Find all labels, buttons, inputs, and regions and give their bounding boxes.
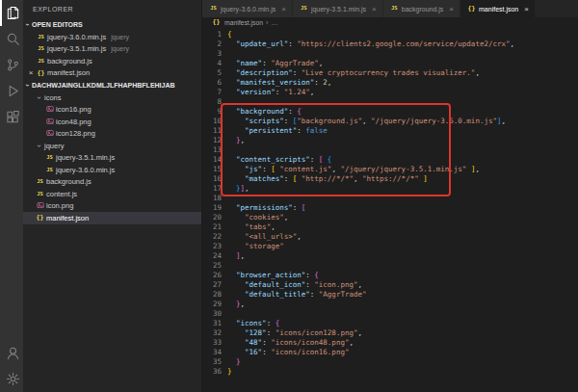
- code-line[interactable]: "48": "icons/icon48.png",: [227, 338, 514, 348]
- code-line[interactable]: }],: [227, 184, 514, 194]
- tree-item-jquery-3.5.1.min.js[interactable]: JSjquery-3.5.1.min.js: [23, 152, 201, 165]
- code-line[interactable]: "persistent": false: [227, 126, 514, 136]
- line-number: 7: [202, 88, 222, 97]
- code-line[interactable]: "default_icon": "icon.png",: [227, 280, 514, 290]
- code-line[interactable]: [227, 261, 514, 271]
- source-control-icon[interactable]: [0, 52, 23, 78]
- code-line[interactable]: "icons": {: [227, 319, 514, 328]
- code-line[interactable]: "update_url": "https://clients2.google.c…: [227, 39, 514, 49]
- code-line[interactable]: "scripts": ["background.js", "/jquery/jq…: [227, 117, 514, 126]
- line-number: 22: [202, 232, 222, 242]
- line-number: 13: [202, 145, 222, 155]
- code-line[interactable]: [227, 97, 514, 107]
- open-editor-item[interactable]: JSjquery-3.6.0.min.jsjquery: [23, 31, 201, 43]
- open-editors-list: JSjquery-3.6.0.min.jsjqueryJSjquery-3.5.…: [23, 31, 201, 79]
- account-icon[interactable]: [0, 340, 23, 366]
- code-line[interactable]: "name": "AggrTrade",: [227, 59, 514, 68]
- line-number: 30: [202, 309, 222, 319]
- img-file-icon: [44, 118, 55, 127]
- code-line[interactable]: "<all_urls>",: [227, 232, 514, 242]
- close-icon[interactable]: ×: [372, 5, 377, 13]
- code-line[interactable]: "manifest_version": 2,: [227, 78, 514, 88]
- code-line[interactable]: "content_scripts": [ {: [227, 155, 514, 165]
- close-icon[interactable]: ×: [524, 5, 529, 13]
- code-line[interactable]: "permissions": [: [227, 203, 514, 213]
- line-number: 19: [202, 203, 222, 213]
- line-number: 8: [202, 97, 222, 107]
- code-line[interactable]: },: [227, 136, 514, 145]
- code-line[interactable]: "description": "Live cryptocurrency trad…: [227, 68, 514, 78]
- open-editors-header[interactable]: › OPEN EDITORS: [23, 18, 201, 31]
- code-line[interactable]: {: [227, 30, 514, 39]
- code-line[interactable]: "tabs",: [227, 222, 514, 232]
- tab-jquery-3.6.0.min.js[interactable]: JSjquery-3.6.0.min.js×: [202, 0, 293, 17]
- code-line[interactable]: "background": {: [227, 107, 514, 117]
- file-label: background.js: [47, 57, 92, 65]
- file-tree: ›iconsicon16.pngicon48.pngicon128.png›jq…: [23, 91, 201, 224]
- run-and-debug-icon[interactable]: [0, 78, 23, 104]
- chevron-down-icon: ›: [23, 20, 32, 29]
- tab-background.js[interactable]: JSbackground.js×: [383, 0, 460, 17]
- tab-jquery-3.5.1.min.js[interactable]: JSjquery-3.5.1.min.js×: [293, 0, 383, 17]
- close-icon[interactable]: ×: [281, 5, 286, 13]
- code-line[interactable]: "matches": [ "http://*/*", "https://*/*"…: [227, 174, 514, 184]
- activity-bar-top: [0, 0, 23, 130]
- open-editor-item[interactable]: JSjquery-3.5.1.min.jsjquery: [23, 43, 201, 56]
- code-line[interactable]: "storage": [227, 242, 514, 251]
- code-line[interactable]: "browser_action": {: [227, 271, 514, 280]
- js-file-icon: JS: [44, 168, 55, 173]
- tree-item-background.js[interactable]: JSbackground.js: [23, 176, 201, 189]
- img-file-icon: [44, 105, 55, 115]
- line-number: 20: [202, 213, 222, 222]
- code-line[interactable]: "default_title": "AggrTrade": [227, 290, 514, 300]
- extensions-icon[interactable]: [0, 104, 23, 130]
- code-line[interactable]: },: [227, 300, 514, 309]
- code-area[interactable]: 1234567891011121314151617181920212223242…: [202, 28, 578, 392]
- code-line[interactable]: [227, 194, 514, 203]
- code-line[interactable]: }: [227, 357, 514, 367]
- line-number: 32: [202, 328, 222, 338]
- breadcrumb: {} manifest.json › …: [202, 17, 578, 28]
- settings-icon[interactable]: [0, 366, 23, 392]
- breadcrumb-overflow[interactable]: …: [271, 19, 277, 26]
- code-line[interactable]: "128": "icons/icon128.png",: [227, 328, 514, 338]
- file-label: icon128.png: [56, 129, 95, 138]
- line-number: 16: [202, 174, 222, 184]
- tab-manifest.json[interactable]: {}manifest.json×: [460, 0, 536, 17]
- tree-folder-icons[interactable]: ›icons: [23, 91, 201, 104]
- tree-item-icon16.png[interactable]: icon16.png: [23, 104, 201, 117]
- close-icon[interactable]: ×: [26, 68, 36, 77]
- file-detail: jquery: [111, 45, 129, 52]
- breadcrumb-item-file[interactable]: manifest.json: [224, 19, 263, 26]
- file-label: jquery-3.6.0.min.js: [47, 33, 106, 41]
- root-folder-header[interactable]: › DACHWJAINGLLKDMLJLFHAPHBFLEHIJAB: [23, 79, 201, 91]
- tree-item-icon48.png[interactable]: icon48.png: [23, 116, 201, 128]
- js-file-icon: JS: [299, 6, 309, 12]
- code-line[interactable]: [227, 309, 514, 319]
- line-number: 10: [202, 117, 222, 126]
- line-number: 1: [202, 30, 222, 39]
- code-line[interactable]: [227, 145, 514, 155]
- code-line[interactable]: [227, 49, 514, 59]
- explorer-icon[interactable]: [0, 0, 23, 26]
- search-icon[interactable]: [0, 26, 23, 52]
- tree-item-jquery-3.6.0.min.js[interactable]: JSjquery-3.6.0.min.js: [23, 164, 201, 176]
- line-number: 27: [202, 280, 222, 290]
- tree-item-manifest.json[interactable]: {}manifest.json: [23, 212, 201, 224]
- line-number: 14: [202, 155, 222, 165]
- code-line[interactable]: "cookies",: [227, 213, 514, 222]
- tree-item-content.js[interactable]: JScontent.js: [23, 188, 201, 200]
- sidebar-title: EXPLORER: [23, 0, 201, 18]
- tree-item-icon.png[interactable]: icon.png: [23, 200, 201, 213]
- close-icon[interactable]: ×: [449, 5, 454, 13]
- code-line[interactable]: "js": [ "content.js", "/jquery/jquery-3.…: [227, 165, 514, 174]
- code-line[interactable]: ],: [227, 251, 514, 261]
- code-line[interactable]: "version": "1.24",: [227, 88, 514, 97]
- tree-item-icon128.png[interactable]: icon128.png: [23, 128, 201, 141]
- open-editor-item[interactable]: JSbackground.js: [23, 55, 201, 67]
- tree-folder-jquery[interactable]: ›jquery: [23, 140, 201, 152]
- open-editor-item[interactable]: ×{}manifest.json: [23, 67, 201, 80]
- activity-bar-bottom: [0, 340, 23, 392]
- code-line[interactable]: }: [227, 367, 514, 377]
- code-line[interactable]: "16": "icons/icon16.png": [227, 348, 514, 357]
